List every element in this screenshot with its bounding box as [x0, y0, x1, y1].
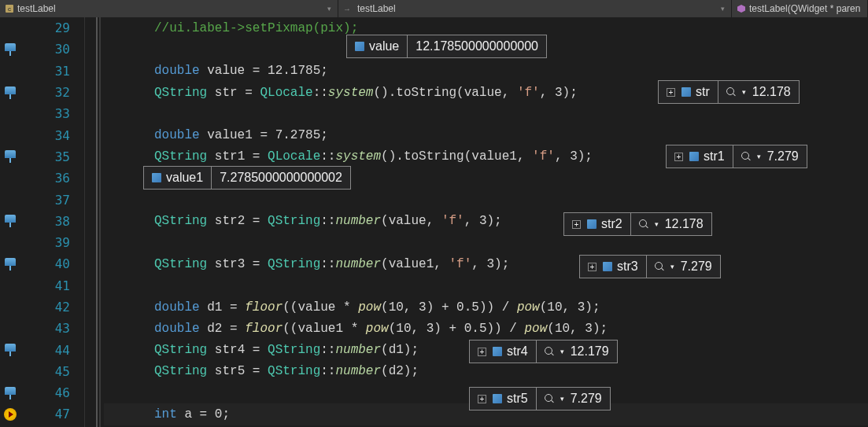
- tab-label: testLabel: [17, 3, 56, 14]
- line-number: 41: [20, 278, 84, 293]
- tab-testlabel-3[interactable]: testLabel(QWidget * paren: [732, 0, 868, 17]
- lens-icon[interactable]: [726, 87, 736, 97]
- expand-icon[interactable]: +: [478, 395, 486, 403]
- code-line: QString str3 = QString::number(value1, '…: [104, 253, 868, 274]
- line-number: 37: [20, 193, 84, 208]
- field-icon: [587, 219, 597, 229]
- line-number: 39: [20, 235, 84, 250]
- pin-icon[interactable]: [4, 43, 17, 56]
- line-number: 32: [20, 85, 84, 100]
- datatip-value1[interactable]: value1 7.2785000000000002: [143, 166, 351, 190]
- field-icon: [603, 262, 612, 271]
- line-number: 46: [20, 385, 84, 400]
- code-line: double d2 = floor((value1 * pow(10, 3) +…: [104, 318, 868, 339]
- datatip-str5[interactable]: +str5 ▾7.279: [469, 387, 611, 410]
- code-line: [104, 103, 868, 124]
- execution-arrow-icon[interactable]: [4, 408, 17, 421]
- datatip-value: 7.279: [681, 260, 712, 274]
- datatip-value: 12.179: [571, 344, 609, 359]
- expand-icon[interactable]: +: [478, 348, 486, 356]
- line-number: 38: [20, 214, 84, 229]
- expand-icon[interactable]: +: [667, 88, 675, 97]
- datatip-name: str2: [601, 217, 622, 231]
- expand-icon[interactable]: +: [588, 263, 597, 271]
- line-number: 44: [20, 343, 84, 358]
- field-icon: [681, 87, 691, 97]
- line-number: 35: [20, 149, 84, 164]
- expand-icon[interactable]: +: [674, 153, 683, 161]
- datatip-str2[interactable]: +str2 ▾12.178: [563, 212, 712, 236]
- datatip-name: value: [369, 39, 399, 53]
- arrow-icon: →: [343, 5, 351, 13]
- line-number: 43: [20, 321, 84, 336]
- code-line: QString str2 = QString::number(value, 'f…: [104, 211, 868, 232]
- line-number: 31: [20, 64, 84, 79]
- dropdown-icon[interactable]: ▾: [670, 263, 674, 271]
- tab-label: testLabel: [357, 3, 396, 14]
- lens-icon[interactable]: [655, 262, 664, 271]
- datatip-name: value1: [166, 171, 203, 185]
- svg-text:c: c: [8, 6, 11, 13]
- datatip-name: str5: [507, 392, 528, 406]
- datatip-str[interactable]: +str ▾12.178: [658, 80, 800, 104]
- datatip-value: 12.178: [665, 217, 704, 231]
- line-number: 33: [20, 106, 84, 121]
- datatip-name: str3: [617, 260, 638, 274]
- datatip-name: str: [696, 85, 710, 99]
- datatip-str4[interactable]: +str4 ▾12.179: [469, 340, 618, 363]
- datatip-name: str1: [704, 149, 725, 164]
- line-number: 30: [20, 42, 84, 57]
- code-line: [104, 275, 868, 296]
- code-line: double value = 12.1785;: [104, 61, 868, 82]
- code-area[interactable]: //ui.label->setPixmap(pix); double value…: [85, 17, 868, 427]
- datatip-value: 12.178: [752, 85, 791, 99]
- code-line: [104, 232, 868, 253]
- line-number: 29: [20, 20, 84, 35]
- field-icon: [493, 394, 502, 403]
- pin-icon[interactable]: [4, 215, 17, 227]
- line-number: 40: [20, 256, 84, 271]
- datatip-str1[interactable]: +str1 ▾7.279: [666, 145, 807, 168]
- tab-testlabel-1[interactable]: c testLabel ▾: [0, 0, 338, 17]
- line-number: 36: [20, 171, 84, 186]
- tabs-bar: c testLabel ▾ → testLabel ▾ testLabel(QW…: [0, 0, 868, 17]
- field-icon: [689, 152, 699, 161]
- gutter: 29 30 31 32 33 34 35 36 37 38 39 40 41 4…: [0, 17, 85, 427]
- code-line: QString str5 = QString::number(d2);: [104, 361, 868, 382]
- pin-icon[interactable]: [4, 150, 17, 163]
- code-line: double d1 = floor((value * pow(10, 3) + …: [104, 296, 868, 318]
- tab-label: testLabel(QWidget * paren: [749, 3, 860, 14]
- line-number: 45: [20, 364, 84, 379]
- datatip-value: 12.178500000000000: [416, 39, 538, 53]
- datatip-value[interactable]: value 12.178500000000000: [346, 35, 547, 58]
- lens-icon[interactable]: [741, 152, 751, 161]
- lens-icon[interactable]: [545, 394, 554, 403]
- lens-icon[interactable]: [639, 219, 648, 229]
- line-number: 34: [20, 128, 84, 143]
- dropdown-icon[interactable]: ▾: [757, 153, 761, 160]
- dropdown-icon[interactable]: ▾: [560, 395, 564, 403]
- pin-icon[interactable]: [4, 387, 17, 399]
- datatip-value: 7.279: [767, 149, 799, 164]
- dropdown-icon[interactable]: ▾: [742, 88, 746, 96]
- pin-icon[interactable]: [4, 344, 17, 356]
- code-line: [104, 189, 868, 210]
- datatip-str3[interactable]: +str3 ▾7.279: [579, 255, 721, 278]
- dropdown-icon[interactable]: ▾: [560, 348, 564, 355]
- line-number: 47: [20, 407, 84, 421]
- code-line: double value1 = 7.2785;: [104, 124, 868, 145]
- method-icon: [737, 4, 746, 13]
- pin-icon[interactable]: [4, 87, 17, 99]
- dropdown-icon[interactable]: ▾: [655, 220, 659, 228]
- pin-icon[interactable]: [4, 258, 17, 271]
- expand-icon[interactable]: +: [572, 220, 581, 229]
- tab-testlabel-2[interactable]: → testLabel ▾: [338, 0, 732, 17]
- datatip-value: 7.279: [571, 392, 602, 406]
- datatip-value: 7.2785000000000002: [220, 171, 342, 185]
- field-icon: [152, 173, 161, 182]
- lens-icon[interactable]: [545, 347, 554, 356]
- datatip-name: str4: [507, 344, 528, 359]
- class-icon: c: [5, 4, 14, 13]
- field-icon: [493, 347, 502, 356]
- svg-marker-2: [737, 5, 745, 13]
